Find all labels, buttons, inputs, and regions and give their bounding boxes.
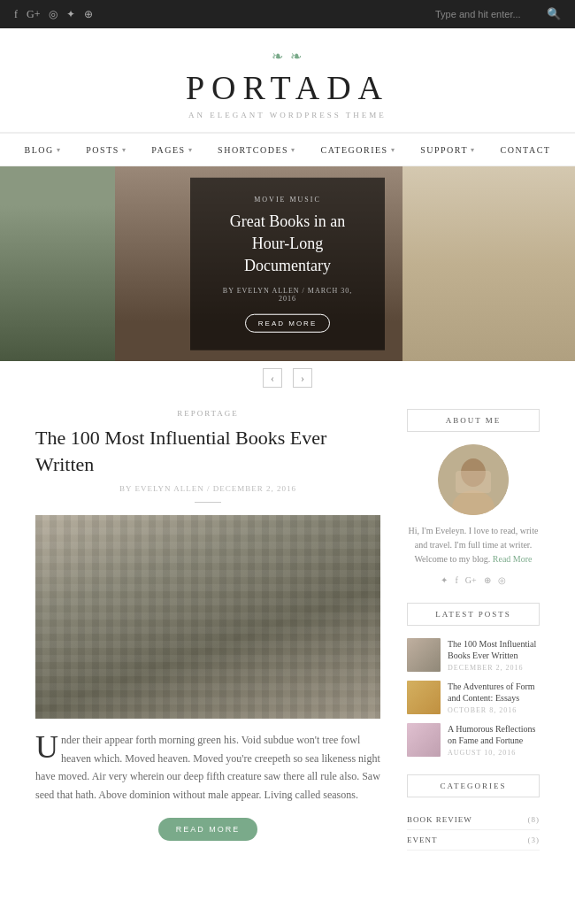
categories-list: BOOK REVIEW (8) EVENT (3) [407,810,540,851]
svg-point-0 [438,444,509,515]
nav-contact[interactable]: CONTACT [488,134,564,166]
post-title[interactable]: The 100 Most Influential Books Ever Writ… [448,638,540,661]
chevron-down-icon: ▾ [122,146,127,154]
pinterest-social-icon[interactable]: ⊕ [484,575,491,585]
article-featured-image [35,515,380,719]
googleplus-icon[interactable]: G+ [27,8,40,21]
sidebar: ABOUT ME Hi, I'm Eveleyn. I love to read… [407,409,540,868]
nav-posts[interactable]: POSTS ▾ [73,134,139,166]
article-area: REPORTAGE The 100 Most Influential Books… [35,409,407,841]
hero-read-more-button[interactable]: READ MORE [245,313,330,332]
nav-blog[interactable]: BLOG ▾ [12,134,74,166]
search-input[interactable] [435,9,541,19]
site-tagline: AN ELEGANT WORDPRESS THEME [0,111,575,119]
googleplus-social-icon[interactable]: G+ [465,575,477,585]
latest-posts-widget: LATEST POSTS The 100 Most Influential Bo… [407,603,540,757]
category-name[interactable]: EVENT [407,835,438,844]
article-category: REPORTAGE [35,409,380,418]
article-meta: BY EVELYN ALLEN / DECEMBER 2, 2016 [35,484,380,493]
slider-navigation: ‹ › [0,361,575,391]
about-widget-title: ABOUT ME [407,409,540,432]
post-date: DECEMBER 2, 2016 [448,664,540,672]
nav-shortcodes[interactable]: SHORTCODES ▾ [205,134,308,166]
latest-posts-title: LATEST POSTS [407,603,540,626]
social-icons: f G+ ◎ ✦ ⊕ [14,8,93,21]
top-bar: f G+ ◎ ✦ ⊕ 🔍 [0,0,575,28]
about-social-icons: ✦ f G+ ⊕ ◎ [407,575,540,585]
hero-slider: MOVIE MUSIC Great Books in an Hour-Long … [0,166,575,361]
nav-categories[interactable]: CATEGORIES ▾ [309,134,409,166]
post-thumbnail [407,638,441,672]
drop-cap: U [35,735,58,760]
svg-rect-3 [456,471,491,493]
article-title: The 100 Most Influential Books Ever Writ… [35,425,380,477]
svg-point-2 [452,490,494,515]
facebook-social-icon[interactable]: f [455,575,457,585]
post-date: OCTOBER 8, 2016 [448,706,540,714]
article-body: Under their appear forth morning green h… [35,731,380,804]
categories-widget-title: CATEGORIES [407,774,540,797]
site-header: ❧ ❧ PORTADA AN ELEGANT WORDPRESS THEME [0,28,575,133]
main-nav: BLOG ▾ POSTS ▾ PAGES ▾ SHORTCODES ▾ CATE… [0,133,575,166]
list-item: A Humorous Reflections on Fame and Fortu… [407,723,540,757]
pinterest-icon[interactable]: ⊕ [84,8,93,21]
site-title: PORTADA [0,68,575,107]
category-name[interactable]: BOOK REVIEW [407,815,472,824]
list-item: BOOK REVIEW (8) [407,810,540,830]
facebook-icon[interactable]: f [14,8,18,21]
instagram-social-icon[interactable]: ◎ [498,575,506,585]
twitter-social-icon[interactable]: ✦ [441,575,448,585]
read-more-button[interactable]: READ MORE [158,818,258,841]
hero-category: MOVIE MUSIC [215,196,360,204]
twitter-icon[interactable]: ✦ [66,8,75,21]
leaf-decoration: ❧ ❧ [0,48,575,65]
instagram-icon[interactable]: ◎ [49,8,58,21]
post-thumbnail [407,723,441,757]
search-icon[interactable]: 🔍 [547,7,561,21]
article-divider [195,502,221,503]
post-title[interactable]: The Adventures of Form and Content: Essa… [448,681,540,704]
list-item: The Adventures of Form and Content: Essa… [407,681,540,714]
categories-widget: CATEGORIES BOOK REVIEW (8) EVENT (3) [407,774,540,851]
about-avatar [438,444,509,515]
chevron-down-icon: ▾ [391,146,396,154]
chevron-down-icon: ▾ [188,146,194,154]
svg-point-1 [461,458,486,487]
main-content: REPORTAGE The 100 Most Influential Books… [0,391,575,886]
chevron-down-icon: ▾ [471,146,476,154]
about-read-more-link[interactable]: Read More [493,554,533,564]
post-title[interactable]: A Humorous Reflections on Fame and Fortu… [448,723,540,746]
slider-next-button[interactable]: › [293,368,312,388]
hero-title: Great Books in an Hour-Long Documentary [215,211,360,278]
about-widget: ABOUT ME Hi, I'm Eveleyn. I love to read… [407,409,540,585]
about-description: Hi, I'm Eveleyn. I love to read, write a… [407,524,540,566]
slider-prev-button[interactable]: ‹ [263,368,282,388]
list-item: EVENT (3) [407,830,540,851]
post-date: AUGUST 10, 2016 [448,749,540,757]
nav-pages[interactable]: PAGES ▾ [139,134,205,166]
nav-support[interactable]: SUPPORT ▾ [408,134,487,166]
read-more-wrapper: READ MORE [35,818,380,841]
list-item: The 100 Most Influential Books Ever Writ… [407,638,540,672]
category-count: (3) [528,835,540,844]
chevron-down-icon: ▾ [291,146,296,154]
chevron-down-icon: ▾ [57,146,62,154]
hero-overlay: MOVIE MUSIC Great Books in an Hour-Long … [190,178,385,350]
category-count: (8) [528,815,540,824]
post-thumbnail [407,681,441,714]
search-bar: 🔍 [435,7,561,21]
hero-meta: BY EVELYN ALLEN / MARCH 30, 2016 [215,286,360,302]
